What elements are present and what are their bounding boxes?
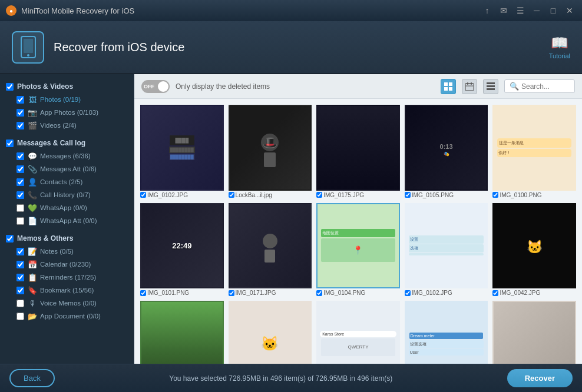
videos-icon: 🎬 bbox=[28, 121, 37, 130]
photo-checkbox[interactable] bbox=[140, 192, 146, 198]
sidebar-item-whatsapp[interactable]: 💚 WhatsApp (0/0) bbox=[0, 201, 134, 214]
close-button[interactable]: ✕ bbox=[563, 4, 576, 17]
reminders-label: Reminders (17/25) bbox=[40, 274, 128, 281]
voice-memos-icon: 🎙 bbox=[28, 298, 37, 308]
whatsapp-icon: 💚 bbox=[28, 203, 37, 212]
category-photos-videos-label: Photos & Videos bbox=[17, 82, 73, 91]
svg-rect-13 bbox=[487, 88, 495, 90]
sidebar-item-reminders[interactable]: 📋 Reminders (17/25) bbox=[0, 271, 134, 284]
whatsapp-att-checkbox[interactable] bbox=[16, 217, 24, 225]
calendar-checkbox[interactable] bbox=[16, 261, 24, 268]
app-photos-checkbox[interactable] bbox=[16, 109, 24, 117]
sidebar-item-contacts[interactable]: 👤 Contacts (2/5) bbox=[0, 175, 134, 188]
sidebar-item-bookmark[interactable]: 🔖 Bookmark (15/56) bbox=[0, 284, 134, 297]
category-messages-checkbox[interactable] bbox=[6, 139, 14, 147]
tutorial-icon: 📖 bbox=[551, 35, 568, 51]
calendar-view-button[interactable] bbox=[462, 79, 477, 94]
photo-name: IMG_0105.PNG bbox=[405, 192, 488, 198]
photo-checkbox[interactable] bbox=[405, 192, 411, 198]
photo-item[interactable]: 🐱 IMG_0042.JPG bbox=[492, 203, 576, 297]
sidebar-item-photos[interactable]: 🖼 Photos (0/19) bbox=[0, 93, 134, 106]
call-history-checkbox[interactable] bbox=[16, 191, 24, 199]
photos-label: Photos (0/19) bbox=[40, 96, 128, 103]
photo-checkbox[interactable] bbox=[140, 290, 146, 296]
photo-thumb bbox=[492, 301, 576, 364]
recover-button[interactable]: Recover bbox=[507, 369, 573, 387]
sidebar-item-messages[interactable]: 💬 Messages (6/36) bbox=[0, 150, 134, 162]
sidebar-item-notes[interactable]: 📝 Notes (0/5) bbox=[0, 245, 134, 258]
minimize-button[interactable]: ─ bbox=[530, 4, 543, 17]
photo-thumb: 这是一条消息 你好！ bbox=[492, 105, 576, 191]
deleted-items-toggle[interactable]: OFF bbox=[141, 80, 170, 93]
category-photos-videos-checkbox[interactable] bbox=[6, 83, 14, 91]
contacts-checkbox[interactable] bbox=[16, 178, 24, 186]
photo-item[interactable]: 🐱 IMG_0176.JPG bbox=[229, 301, 312, 364]
grid-view-button[interactable] bbox=[441, 79, 456, 94]
photo-name: IMG_0102.JPG bbox=[140, 192, 224, 198]
search-input[interactable] bbox=[521, 82, 574, 91]
toggle-thumb bbox=[158, 81, 168, 92]
messages-icon: 💬 bbox=[28, 151, 37, 161]
videos-checkbox[interactable] bbox=[16, 122, 24, 129]
photo-thumb: ████ ████████ ████████ bbox=[140, 105, 224, 191]
sidebar-item-messages-att[interactable]: 📎 Messages Att (0/6) bbox=[0, 162, 134, 175]
notes-checkbox[interactable] bbox=[16, 248, 24, 255]
tutorial-button[interactable]: 📖 Tutorial bbox=[549, 35, 570, 59]
sidebar-item-app-document[interactable]: 📂 App Document (0/0) bbox=[0, 310, 134, 323]
photo-item[interactable]: 这是一条消息 你好！ IMG_0100.PNG bbox=[492, 105, 576, 198]
photo-item[interactable]: IMG_0103.JPG bbox=[140, 301, 224, 364]
voice-memos-checkbox[interactable] bbox=[16, 300, 24, 307]
photo-checkbox[interactable] bbox=[229, 290, 234, 296]
photo-item[interactable]: 地图位置 📍 IMG_0104.PNG bbox=[316, 203, 400, 297]
photo-item[interactable]: Dream meter 设置选项 User IMG_0178.JPG bbox=[405, 301, 488, 364]
sidebar-item-whatsapp-att[interactable]: 📄 WhatsApp Att (0/0) bbox=[0, 214, 134, 227]
photo-thumb bbox=[140, 301, 224, 364]
app-title: MiniTool Mobile Recovery for iOS bbox=[21, 6, 481, 15]
photo-checkbox[interactable] bbox=[405, 290, 411, 296]
calendar-icon: 📅 bbox=[28, 260, 37, 269]
photo-item[interactable]: IMG_0171.JPG bbox=[229, 203, 312, 297]
messages-att-checkbox[interactable] bbox=[16, 165, 24, 173]
whatsapp-checkbox[interactable] bbox=[16, 204, 24, 212]
photo-item[interactable]: Karas Store QWERTY IMG_0177.PNG bbox=[316, 301, 400, 364]
sidebar-item-call-history[interactable]: 📞 Call History (0/7) bbox=[0, 188, 134, 201]
photo-checkbox[interactable] bbox=[492, 192, 498, 198]
sidebar-item-app-photos[interactable]: 📷 App Photos (0/103) bbox=[0, 106, 134, 119]
photo-item[interactable]: ████ ████████ ████████ IMG_0102.JPG bbox=[140, 105, 224, 198]
upload-button[interactable]: ↑ bbox=[481, 4, 494, 17]
photos-checkbox[interactable] bbox=[16, 96, 24, 104]
photo-thumb: Karas Store QWERTY bbox=[316, 301, 400, 364]
category-memos-checkbox[interactable] bbox=[6, 235, 14, 242]
photo-checkbox[interactable] bbox=[229, 192, 234, 198]
photo-checkbox[interactable] bbox=[492, 290, 498, 296]
photo-checkbox[interactable] bbox=[316, 192, 322, 198]
photo-thumb bbox=[316, 105, 400, 191]
sidebar-item-videos[interactable]: 🎬 Videos (2/4) bbox=[0, 119, 134, 132]
photo-item[interactable]: 0:13 🎭 IMG_0105.PNG bbox=[405, 105, 488, 198]
photo-item[interactable]: IMG_0179.JPG bbox=[492, 301, 576, 364]
bookmark-icon: 🔖 bbox=[28, 285, 37, 295]
photo-name: IMG_0100.PNG bbox=[492, 192, 576, 198]
main-layout: Photos & Videos 🖼 Photos (0/19) 📷 App Ph… bbox=[0, 74, 582, 364]
window-controls: ↑ ✉ ☰ ─ □ ✕ bbox=[481, 4, 576, 17]
photo-name: IMG_0102.JPG bbox=[405, 290, 488, 296]
photo-item[interactable]: 🎩 LockBa...il.jpg bbox=[229, 105, 312, 198]
photo-item[interactable]: IMG_0175.JPG bbox=[316, 105, 400, 198]
back-button[interactable]: Back bbox=[9, 369, 55, 387]
sidebar-item-voice-memos[interactable]: 🎙 Voice Memos (0/0) bbox=[0, 297, 134, 310]
menu-button[interactable]: ☰ bbox=[514, 4, 527, 17]
restore-button[interactable]: □ bbox=[547, 4, 560, 17]
photo-checkbox[interactable] bbox=[316, 290, 322, 296]
svg-point-2 bbox=[27, 54, 29, 57]
photo-name: IMG_0175.JPG bbox=[316, 192, 400, 198]
app-document-checkbox[interactable] bbox=[16, 313, 24, 320]
mail-button[interactable]: ✉ bbox=[497, 4, 510, 17]
messages-checkbox[interactable] bbox=[16, 152, 24, 160]
list-view-button[interactable] bbox=[483, 79, 498, 94]
photo-item[interactable]: 22:49 IMG_0101.PNG bbox=[140, 203, 224, 297]
sidebar-item-calendar[interactable]: 📅 Calendar (0/230) bbox=[0, 258, 134, 271]
bookmark-checkbox[interactable] bbox=[16, 287, 24, 294]
app-photos-icon: 📷 bbox=[28, 108, 37, 117]
photo-item[interactable]: 设置 选项 IMG_0102.JPG bbox=[405, 203, 488, 297]
reminders-checkbox[interactable] bbox=[16, 274, 24, 281]
